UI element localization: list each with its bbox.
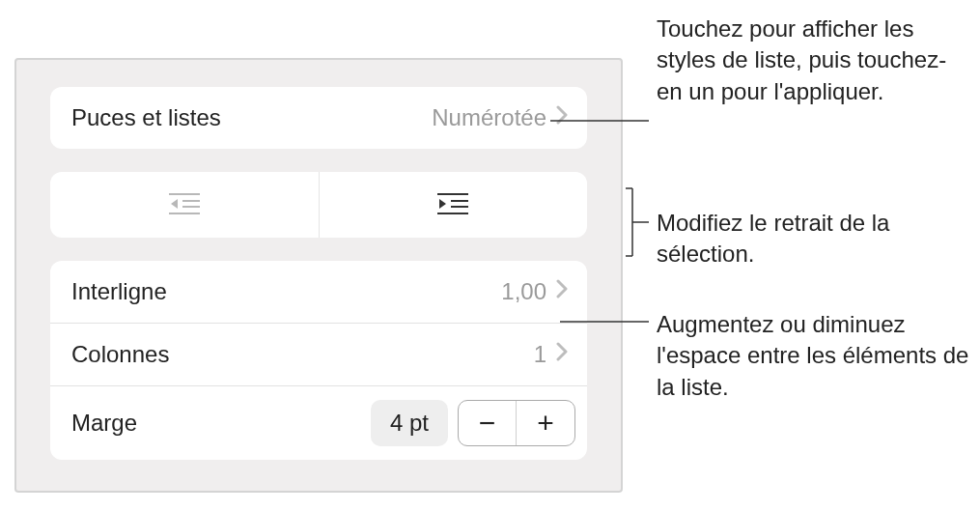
interline-value: 1,00 bbox=[501, 278, 546, 305]
chevron-right-icon bbox=[556, 342, 568, 367]
columns-value: 1 bbox=[534, 341, 546, 368]
columns-right: 1 bbox=[534, 341, 568, 368]
callout-indent: Modifiez le retrait de la sélection. bbox=[657, 208, 966, 270]
interline-right: 1,00 bbox=[501, 278, 568, 305]
format-panel: Puces et listes Numérotée bbox=[14, 58, 623, 493]
indent-section bbox=[50, 172, 587, 238]
chevron-right-icon bbox=[556, 279, 568, 304]
margin-value[interactable]: 4 pt bbox=[371, 400, 448, 446]
margin-row: Marge 4 pt − + bbox=[50, 386, 587, 460]
interline-label: Interligne bbox=[71, 278, 167, 305]
callout-bullets: Touchez pour afficher les styles de list… bbox=[657, 14, 956, 107]
margin-stepper: − + bbox=[458, 400, 575, 446]
columns-label: Colonnes bbox=[71, 341, 169, 368]
margin-label: Marge bbox=[71, 410, 137, 437]
callout-interline: Augmentez ou diminuez l'espace entre les… bbox=[657, 309, 970, 403]
spacing-section: Interligne 1,00 Colonnes 1 Marge 4 pt bbox=[50, 261, 587, 460]
outdent-icon bbox=[169, 190, 200, 220]
margin-increase-button[interactable]: + bbox=[517, 401, 574, 445]
plus-icon: + bbox=[537, 407, 554, 440]
bullets-lists-value: Numérotée bbox=[432, 104, 546, 131]
bullets-lists-label: Puces et listes bbox=[71, 104, 221, 131]
minus-icon: − bbox=[479, 407, 496, 440]
margin-controls: 4 pt − + bbox=[371, 400, 575, 446]
bullets-lists-section: Puces et listes Numérotée bbox=[50, 87, 587, 149]
margin-decrease-button[interactable]: − bbox=[459, 401, 517, 445]
interline-row[interactable]: Interligne 1,00 bbox=[50, 261, 587, 324]
chevron-right-icon bbox=[556, 105, 568, 130]
outdent-button[interactable] bbox=[50, 172, 320, 238]
columns-row[interactable]: Colonnes 1 bbox=[50, 324, 587, 386]
bullets-lists-right: Numérotée bbox=[432, 104, 568, 131]
bullets-lists-row[interactable]: Puces et listes Numérotée bbox=[50, 87, 587, 149]
indent-button[interactable] bbox=[320, 172, 588, 238]
indent-icon bbox=[437, 190, 468, 220]
